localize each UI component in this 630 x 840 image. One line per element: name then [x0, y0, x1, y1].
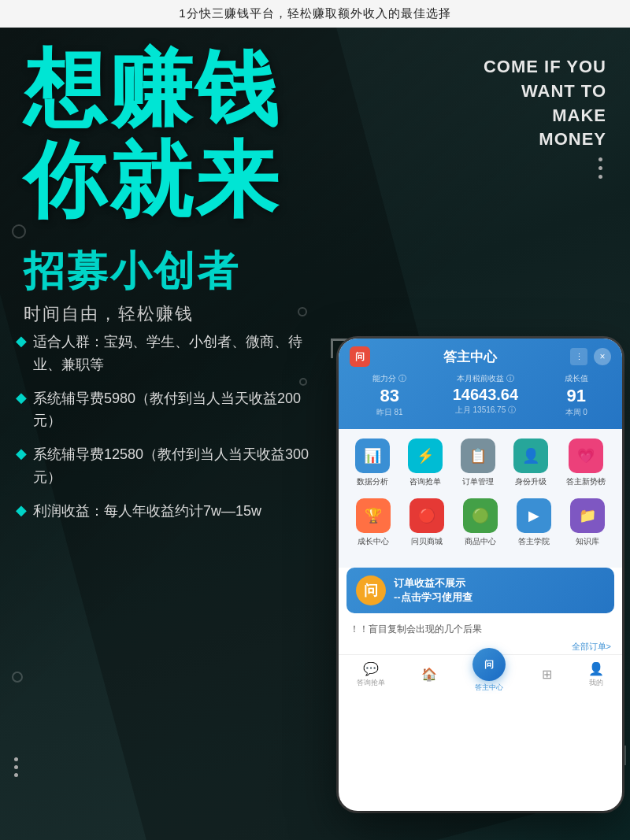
partial-text: ！！盲目复制会出现的几个后果	[339, 620, 622, 639]
nav-item-grid[interactable]: ⊞	[542, 667, 552, 682]
phone-mockup: 问 答主中心 ⋮ × 能力分 ⓘ 83 昨日 81	[331, 339, 630, 827]
bullet-text-1: 适合人群：宝妈、学生、小创者、微商、待业、兼职等	[33, 331, 323, 376]
stat-growth-sub: 本周 0	[565, 407, 588, 418]
stat-income-label: 本月税前收益 ⓘ	[453, 373, 518, 384]
grid-row-2: 🏆 成长中心 🔴 问贝商城 🟢 商品中心 ▶ 答主学院 📁 知识库	[346, 498, 614, 547]
banner-text: 订单收益不展示--点击学习使用查	[394, 576, 472, 605]
recruit-section: 招募小创者 时间自由，轻松赚钱	[24, 244, 240, 326]
hero-line1: 想赚钱	[24, 43, 281, 135]
grid-item-product[interactable]: 🟢 商品中心	[463, 498, 498, 547]
app-icon: 问	[350, 346, 370, 367]
banner-icon: 问	[356, 575, 386, 605]
bullet-diamond-icon: ◆	[16, 443, 27, 464]
nav-item-home[interactable]: 🏠	[421, 667, 437, 682]
grid-label-knowledge: 知识库	[576, 536, 599, 547]
app-grid: 📊 数据分析 ⚡ 咨询抢单 📋 订单管理 👤 身份升级 💗 答主新势	[339, 429, 622, 568]
profile-icon: 👤	[588, 661, 604, 676]
grid-icon-product: 🟢	[463, 498, 498, 533]
home-icon: 🏠	[421, 667, 437, 682]
bullet-text-3: 系统辅导费12580（教付到当人当天收益300元）	[33, 443, 323, 489]
grid-item-knowledge[interactable]: 📁 知识库	[570, 498, 605, 547]
english-slogan: COME IF YOU WANT TO MAKE MONEY	[484, 55, 606, 152]
center-nav-button[interactable]: 问	[472, 648, 506, 681]
app-title: 答主中心	[370, 348, 570, 366]
grid-icon-shop: 🔴	[410, 498, 444, 533]
recruit-subtitle: 时间自由，轻松赚钱	[24, 302, 240, 326]
stat-income: 本月税前收益 ⓘ 14643.64 上月 13516.75 ⓘ	[453, 373, 518, 418]
dots-decoration-left	[14, 757, 18, 777]
grid-item-consult[interactable]: ⚡ 咨询抢单	[408, 439, 443, 487]
grid-item-order[interactable]: 📋 订单管理	[461, 439, 495, 487]
dot	[598, 175, 602, 179]
grid-icon-academy: ▶	[517, 498, 551, 533]
grid-icon-knowledge: 📁	[570, 498, 605, 533]
grid-item-academy[interactable]: ▶ 答主学院	[517, 498, 551, 547]
grid-icon-growth: 🏆	[356, 498, 391, 533]
bullet-item-2: ◆ 系统辅导费5980（教付到当人当天收益200元）	[16, 387, 323, 433]
stat-growth-label: 成长值	[565, 373, 588, 384]
grid-item-shop[interactable]: 🔴 问贝商城	[410, 498, 444, 547]
phone-screen: 问 答主中心 ⋮ × 能力分 ⓘ 83 昨日 81	[339, 339, 622, 811]
bullet-diamond-icon: ◆	[16, 331, 27, 352]
circle-deco-1	[12, 224, 26, 239]
dot	[14, 757, 18, 761]
grid-item-identity[interactable]: 👤 身份升级	[513, 439, 548, 487]
nav-label-center: 答主中心	[475, 683, 503, 693]
hero-text: 想赚钱 你就来	[24, 43, 281, 225]
grid-icon-rank: 💗	[569, 439, 603, 473]
grid-icon: ⊞	[542, 667, 552, 682]
nav-label-profile: 我的	[589, 678, 603, 688]
menu-icon[interactable]: ⋮	[570, 348, 587, 365]
recruit-title: 招募小创者	[24, 244, 240, 299]
nav-item-consult[interactable]: 💬 答询抢单	[357, 661, 385, 688]
circle-deco-3	[12, 672, 23, 683]
app-banner[interactable]: 问 订单收益不展示--点击学习使用查	[346, 568, 614, 613]
grid-item-data[interactable]: 📊 数据分析	[355, 439, 390, 487]
grid-item-rank[interactable]: 💗 答主新势榜	[566, 439, 606, 487]
stat-ability-value: 83	[372, 386, 406, 406]
grid-label-rank: 答主新势榜	[566, 476, 606, 487]
grid-label-consult: 咨询抢单	[410, 476, 441, 487]
grid-row-1: 📊 数据分析 ⚡ 咨询抢单 📋 订单管理 👤 身份升级 💗 答主新势	[346, 439, 614, 487]
bullet-text-4: 利润收益：每人年收益约计7w—15w	[33, 500, 261, 523]
hero-line2: 你就来	[24, 135, 281, 226]
grid-icon-consult: ⚡	[408, 439, 443, 473]
app-header: 问 答主中心 ⋮ × 能力分 ⓘ 83 昨日 81	[339, 339, 622, 429]
grid-icon-order: 📋	[461, 439, 495, 473]
app-header-icons: ⋮ ×	[570, 348, 611, 365]
bullet-diamond-icon: ◆	[16, 387, 27, 409]
bullet-text-2: 系统辅导费5980（教付到当人当天收益200元）	[33, 387, 323, 433]
grid-label-shop: 问贝商城	[411, 536, 443, 547]
stat-ability-sub: 昨日 81	[372, 407, 406, 418]
top-banner: 1分快三赚钱平台，轻松赚取额外收入的最佳选择	[0, 0, 630, 28]
dot	[14, 765, 18, 769]
grid-label-academy: 答主学院	[518, 536, 550, 547]
stat-growth-value: 91	[565, 386, 588, 406]
nav-item-center[interactable]: 问 答主中心	[472, 648, 506, 693]
bullet-item-4: ◆ 利润收益：每人年收益约计7w—15w	[16, 500, 323, 523]
nav-item-profile[interactable]: 👤 我的	[588, 661, 604, 688]
bullet-item-1: ◆ 适合人群：宝妈、学生、小创者、微商、待业、兼职等	[16, 331, 323, 376]
grid-item-growth[interactable]: 🏆 成长中心	[356, 498, 391, 547]
grid-label-growth: 成长中心	[358, 536, 389, 547]
stat-ability-label: 能力分 ⓘ	[372, 373, 406, 384]
bullet-item-3: ◆ 系统辅导费12580（教付到当人当天收益300元）	[16, 443, 323, 489]
dot	[598, 157, 602, 161]
grid-label-data: 数据分析	[357, 476, 388, 487]
grid-icon-identity: 👤	[513, 439, 548, 473]
stat-income-value: 14643.64	[453, 386, 518, 404]
close-button[interactable]: ×	[594, 348, 611, 365]
stat-income-sub: 上月 13516.75 ⓘ	[453, 405, 518, 416]
app-header-top: 问 答主中心 ⋮ ×	[350, 346, 611, 367]
stat-ability: 能力分 ⓘ 83 昨日 81	[372, 373, 406, 418]
bullet-diamond-icon: ◆	[16, 500, 27, 521]
grid-icon-data: 📊	[355, 439, 390, 473]
bottom-nav: 💬 答询抢单 🏠 问 答主中心 ⊞ 👤 我的	[339, 654, 622, 694]
nav-label-consult: 答询抢单	[357, 678, 385, 688]
dot	[14, 773, 18, 777]
grid-label-identity: 身份升级	[515, 476, 547, 487]
stats-row: 能力分 ⓘ 83 昨日 81 本月税前收益 ⓘ 14643.64 上月 1351…	[350, 373, 611, 418]
dot	[598, 166, 602, 170]
grid-label-product: 商品中心	[465, 536, 496, 547]
bullet-list: ◆ 适合人群：宝妈、学生、小创者、微商、待业、兼职等 ◆ 系统辅导费5980（教…	[16, 331, 323, 534]
